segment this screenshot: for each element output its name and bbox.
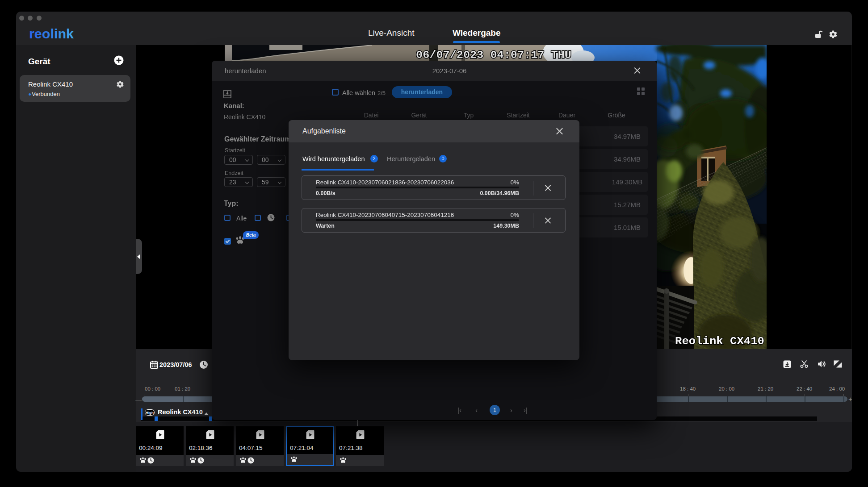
svg-text:06/07/2023 04:07:17 THU: 06/07/2023 04:07:17 THU <box>416 49 571 61</box>
svg-text:reolink: reolink <box>29 28 74 41</box>
svg-text:Reolink CX410: Reolink CX410 <box>675 335 764 347</box>
